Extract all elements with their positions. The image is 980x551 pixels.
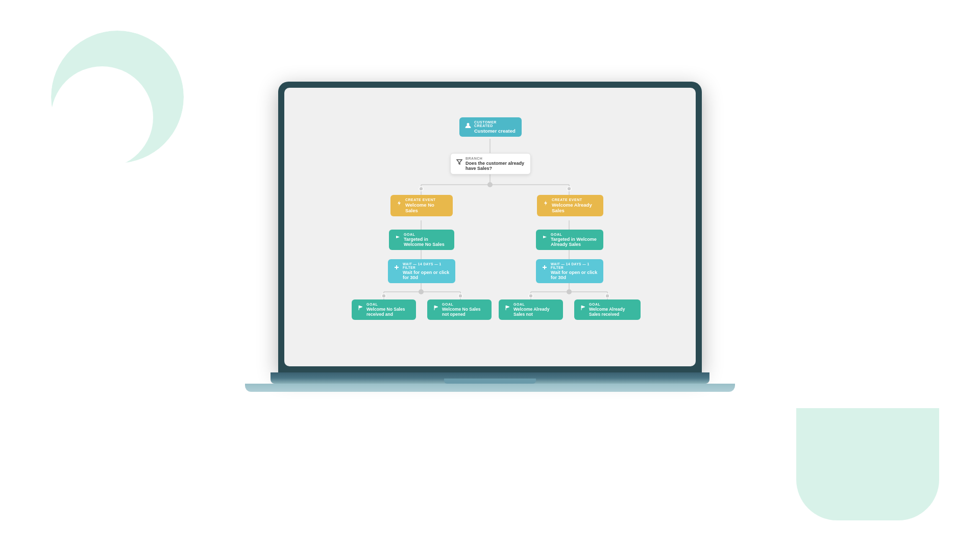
- customer-created-label: CUSTOMER CREATED: [474, 120, 517, 128]
- lightning-icon-left: [396, 199, 403, 207]
- create-event-no-sales-label: CREATE EVENT: [405, 198, 448, 202]
- create-event-already-sales-title: Welcome Already Sales: [552, 202, 598, 213]
- node-goal-no-sales-received[interactable]: GOAL Welcome No Sales received and: [352, 299, 416, 320]
- node-customer-created[interactable]: CUSTOMER CREATED Customer created: [459, 117, 522, 137]
- flag-icon-4: [432, 304, 439, 311]
- create-event-already-sales-label: CREATE EVENT: [552, 198, 598, 202]
- node-wait-no-sales[interactable]: WAIT — 14 DAYS — 1 FILTER Wait for open …: [388, 259, 455, 283]
- flag-icon-1: [394, 234, 401, 241]
- svg-marker-31: [544, 201, 547, 206]
- goal-no-sales-received-title: Welcome No Sales received and: [366, 307, 411, 317]
- flag-icon-5: [504, 304, 511, 311]
- goal-already-sales-label: GOAL: [551, 233, 598, 236]
- branch-title: Does the customer already have Sales?: [465, 161, 525, 171]
- lightning-icon-right: [542, 199, 549, 207]
- customer-created-title: Customer created: [474, 128, 517, 134]
- filter-icon: [456, 158, 463, 165]
- laptop: CUSTOMER CREATED Customer created BRANCH…: [273, 82, 707, 469]
- flag-icon-6: [579, 304, 586, 311]
- wait-already-sales-label: WAIT — 14 DAYS — 1 FILTER: [551, 262, 598, 269]
- goal-no-sales-received-label: GOAL: [366, 303, 411, 306]
- svg-point-20: [458, 294, 462, 298]
- node-goal-no-sales-not-opened[interactable]: GOAL Welcome No Sales not opened: [427, 299, 492, 320]
- flowchart-canvas: CUSTOMER CREATED Customer created BRANCH…: [284, 88, 696, 366]
- node-goal-no-sales[interactable]: GOAL Targeted in Welcome No Sales: [389, 230, 454, 250]
- svg-point-26: [567, 289, 572, 294]
- goal-no-sales-title: Targeted in Welcome No Sales: [404, 237, 449, 247]
- svg-marker-30: [398, 201, 401, 206]
- svg-point-29: [467, 123, 470, 126]
- goal-already-sales-title: Targeted in Welcome Already Sales: [551, 237, 598, 247]
- goal-already-sales-not-label: GOAL: [513, 303, 558, 306]
- goal-already-sales-not-title: Welcome Already Sales not: [513, 307, 558, 317]
- plus-icon-right: [541, 264, 548, 271]
- svg-point-19: [382, 294, 386, 298]
- node-create-event-already-sales[interactable]: CREATE EVENT Welcome Already Sales: [537, 195, 603, 216]
- wait-no-sales-title: Wait for open or click for 30d: [403, 270, 450, 280]
- goal-no-sales-not-opened-title: Welcome No Sales not opened: [442, 307, 486, 317]
- svg-point-28: [605, 294, 609, 298]
- create-event-no-sales-title: Welcome No Sales: [405, 202, 448, 213]
- node-create-event-no-sales[interactable]: CREATE EVENT Welcome No Sales: [390, 195, 453, 216]
- svg-point-6: [487, 182, 493, 187]
- person-icon: [464, 122, 472, 129]
- flag-icon-3: [357, 304, 364, 311]
- laptop-screen: CUSTOMER CREATED Customer created BRANCH…: [284, 88, 696, 366]
- node-goal-already-sales-received[interactable]: GOAL Welcome Already Sales received: [574, 299, 641, 320]
- node-goal-already-sales-not[interactable]: GOAL Welcome Already Sales not: [499, 299, 563, 320]
- goal-no-sales-label: GOAL: [404, 233, 449, 236]
- branch-label: BRANCH: [465, 157, 525, 160]
- laptop-bottom: [245, 384, 735, 392]
- goal-no-sales-not-opened-label: GOAL: [442, 303, 486, 306]
- node-wait-already-sales[interactable]: WAIT — 14 DAYS — 1 FILTER Wait for open …: [536, 259, 603, 283]
- laptop-base: [271, 372, 709, 384]
- wait-no-sales-label: WAIT — 14 DAYS — 1 FILTER: [403, 262, 450, 269]
- goal-already-sales-received-title: Welcome Already Sales received: [589, 307, 635, 317]
- goal-already-sales-received-label: GOAL: [589, 303, 635, 306]
- svg-point-7: [419, 187, 423, 191]
- wait-already-sales-title: Wait for open or click for 30d: [551, 270, 598, 280]
- svg-point-18: [419, 289, 424, 294]
- node-goal-already-sales[interactable]: GOAL Targeted in Welcome Already Sales: [536, 230, 603, 250]
- plus-icon-left: [393, 264, 400, 271]
- node-branch[interactable]: BRANCH Does the customer already have Sa…: [450, 153, 531, 174]
- laptop-screen-bezel: CUSTOMER CREATED Customer created BRANCH…: [278, 82, 702, 372]
- bg-decoration-bottomright: [796, 408, 939, 520]
- svg-point-8: [567, 187, 571, 191]
- svg-point-27: [529, 294, 533, 298]
- flag-icon-2: [541, 234, 548, 241]
- bg-decoration-topleft-cutout: [51, 66, 153, 168]
